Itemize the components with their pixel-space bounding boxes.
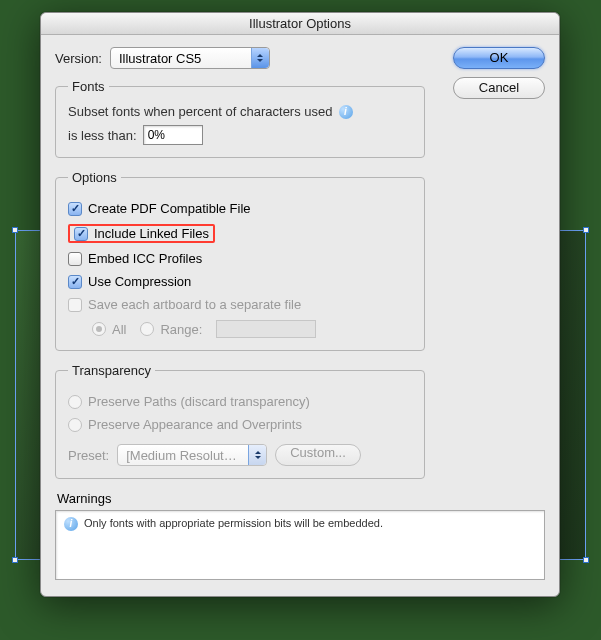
- artboard-all-label: All: [112, 322, 126, 337]
- preset-select: [Medium Resolut…: [117, 444, 267, 466]
- checkbox-icon: [74, 227, 88, 241]
- warnings-label: Warnings: [57, 491, 545, 506]
- stepper-icon: [251, 48, 269, 68]
- fonts-line1: Subset fonts when percent of characters …: [68, 104, 333, 119]
- preset-select-value: [Medium Resolut…: [126, 448, 237, 463]
- ok-button[interactable]: OK: [453, 47, 545, 69]
- illustrator-options-dialog: Illustrator Options OK Cancel Version: I…: [40, 12, 560, 597]
- version-select[interactable]: Illustrator CS5: [110, 47, 270, 69]
- options-legend: Options: [68, 170, 121, 185]
- highlight-box: Include Linked Files: [68, 224, 215, 243]
- create-pdf-checkbox-row[interactable]: Create PDF Compatible File: [68, 199, 412, 218]
- options-group: Options Create PDF Compatible File Inclu…: [55, 170, 425, 351]
- artboard-range-label: Range:: [160, 322, 202, 337]
- artboard-all-radio: All: [92, 322, 126, 337]
- preserve-appearance-label: Preserve Appearance and Overprints: [88, 417, 302, 432]
- checkbox-icon: [68, 202, 82, 216]
- version-label: Version:: [55, 51, 102, 66]
- info-icon: i: [64, 517, 78, 531]
- info-icon: i: [339, 105, 353, 119]
- version-select-value: Illustrator CS5: [119, 51, 201, 66]
- save-each-artboard-label: Save each artboard to a separate file: [88, 297, 301, 312]
- checkbox-icon: [68, 298, 82, 312]
- custom-button: Custom...: [275, 444, 361, 466]
- use-compression-label: Use Compression: [88, 274, 191, 289]
- include-linked-label: Include Linked Files: [94, 226, 209, 241]
- use-compression-checkbox-row[interactable]: Use Compression: [68, 272, 412, 291]
- checkbox-icon: [68, 252, 82, 266]
- embed-icc-checkbox-row[interactable]: Embed ICC Profiles: [68, 249, 412, 268]
- selection-handle: [583, 227, 589, 233]
- include-linked-checkbox-row[interactable]: Include Linked Files: [68, 222, 412, 245]
- radio-icon: [68, 395, 82, 409]
- preset-label: Preset:: [68, 448, 109, 463]
- artboard-range-input: [216, 320, 316, 338]
- dialog-title: Illustrator Options: [41, 13, 559, 35]
- fonts-legend: Fonts: [68, 79, 109, 94]
- fonts-group: Fonts Subset fonts when percent of chara…: [55, 79, 425, 158]
- cancel-button[interactable]: Cancel: [453, 77, 545, 99]
- warnings-text: Only fonts with appropriate permission b…: [84, 517, 383, 529]
- radio-icon: [68, 418, 82, 432]
- stepper-icon: [248, 445, 266, 465]
- save-each-artboard-checkbox-row: Save each artboard to a separate file: [68, 295, 412, 314]
- transparency-group: Transparency Preserve Paths (discard tra…: [55, 363, 425, 479]
- selection-handle: [12, 227, 18, 233]
- preserve-paths-label: Preserve Paths (discard transparency): [88, 394, 310, 409]
- subset-percent-input[interactable]: [143, 125, 203, 145]
- artboard-range-radio: Range:: [140, 322, 202, 337]
- embed-icc-label: Embed ICC Profiles: [88, 251, 202, 266]
- selection-handle: [583, 557, 589, 563]
- selection-handle: [12, 557, 18, 563]
- preserve-paths-radio-row: Preserve Paths (discard transparency): [68, 392, 412, 411]
- radio-icon: [140, 322, 154, 336]
- fonts-line2-label: is less than:: [68, 128, 137, 143]
- create-pdf-label: Create PDF Compatible File: [88, 201, 251, 216]
- preserve-appearance-radio-row: Preserve Appearance and Overprints: [68, 415, 412, 434]
- warnings-box: i Only fonts with appropriate permission…: [55, 510, 545, 580]
- transparency-legend: Transparency: [68, 363, 155, 378]
- radio-icon: [92, 322, 106, 336]
- checkbox-icon: [68, 275, 82, 289]
